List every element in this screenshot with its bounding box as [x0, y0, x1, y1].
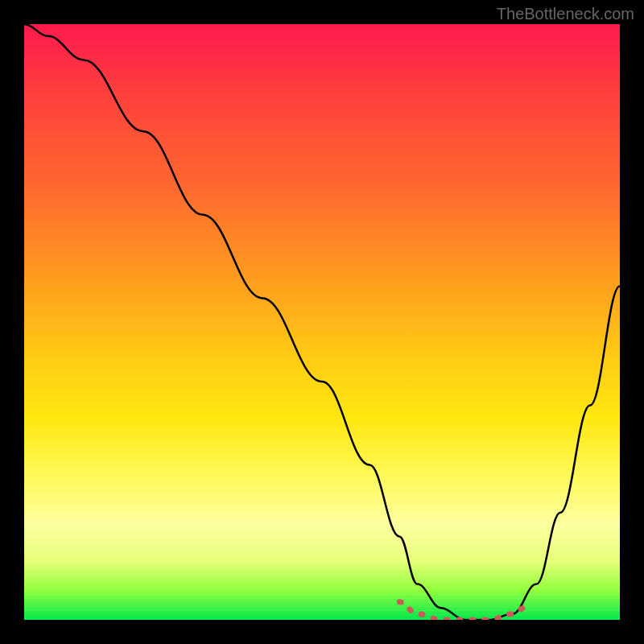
watermark-text: TheBottleneck.com [497, 5, 634, 23]
optimal-zone-dots [399, 602, 524, 620]
chart-plot-area [24, 24, 620, 620]
chart-svg [24, 24, 620, 620]
bottleneck-curve-path [24, 24, 620, 620]
